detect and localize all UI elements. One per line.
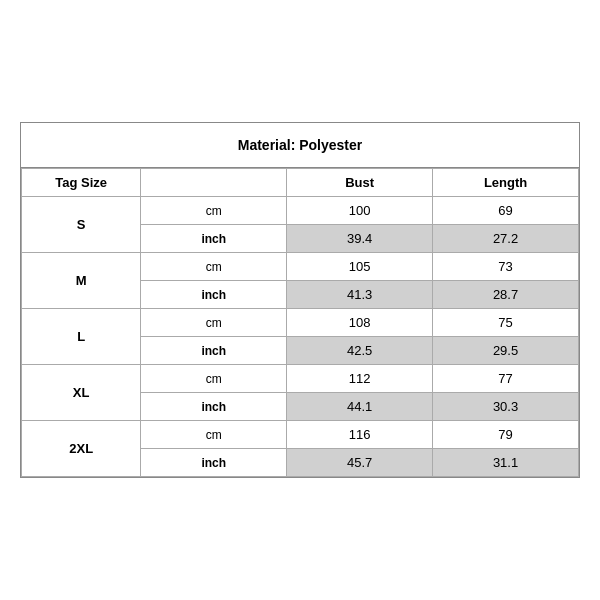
unit-inch-cell: inch [141,449,287,477]
unit-inch-cell: inch [141,225,287,253]
bust-inch-value: 42.5 [287,337,433,365]
size-cell: S [22,197,141,253]
length-inch-value: 28.7 [433,281,579,309]
bust-inch-value: 39.4 [287,225,433,253]
size-table: Tag Size Bust Length Scm10069inch39.427.… [21,168,579,477]
unit-cm-cell: cm [141,253,287,281]
table-row: Mcm10573 [22,253,579,281]
table-row: XLcm11277 [22,365,579,393]
header-length: Length [433,169,579,197]
bust-cm-value: 105 [287,253,433,281]
bust-cm-value: 112 [287,365,433,393]
header-tag-size: Tag Size [22,169,141,197]
chart-title: Material: Polyester [21,123,579,168]
unit-cm-cell: cm [141,365,287,393]
length-cm-value: 79 [433,421,579,449]
bust-cm-value: 116 [287,421,433,449]
length-cm-value: 73 [433,253,579,281]
bust-inch-value: 45.7 [287,449,433,477]
table-row: 2XLcm11679 [22,421,579,449]
length-inch-value: 29.5 [433,337,579,365]
length-cm-value: 75 [433,309,579,337]
size-chart-container: Material: Polyester Tag Size Bust Length… [20,122,580,478]
header-bust: Bust [287,169,433,197]
size-cell: XL [22,365,141,421]
length-cm-value: 69 [433,197,579,225]
length-inch-value: 27.2 [433,225,579,253]
bust-inch-value: 44.1 [287,393,433,421]
length-inch-value: 30.3 [433,393,579,421]
unit-cm-cell: cm [141,197,287,225]
size-cell: L [22,309,141,365]
length-inch-value: 31.1 [433,449,579,477]
unit-cm-cell: cm [141,309,287,337]
header-col2 [141,169,287,197]
table-row: Lcm10875 [22,309,579,337]
table-row: Scm10069 [22,197,579,225]
unit-inch-cell: inch [141,393,287,421]
length-cm-value: 77 [433,365,579,393]
unit-cm-cell: cm [141,421,287,449]
bust-cm-value: 100 [287,197,433,225]
unit-inch-cell: inch [141,337,287,365]
size-cell: M [22,253,141,309]
unit-inch-cell: inch [141,281,287,309]
size-cell: 2XL [22,421,141,477]
bust-cm-value: 108 [287,309,433,337]
bust-inch-value: 41.3 [287,281,433,309]
